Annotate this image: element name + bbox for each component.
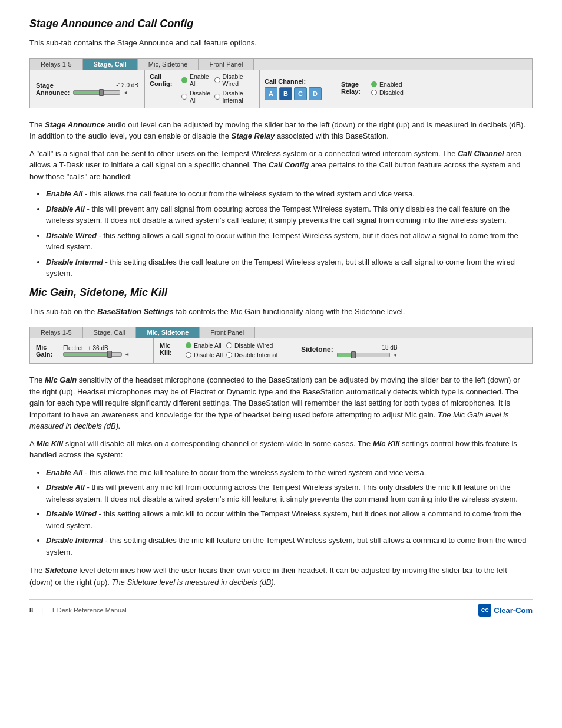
panel1-tab-stage-call[interactable]: Stage, Call [83,59,138,70]
panel2-tab-relays[interactable]: Relays 1-5 [30,327,83,338]
footer: 8 | T-Desk Reference Manual CC Clear-Com [29,599,533,617]
panel1-tabs: Relays 1-5 Stage, Call Mic, Sidetone Fro… [30,59,532,70]
panel2-body: MicGain: Electret + 36 dB ◄ [30,338,532,363]
footer-doc-title: T-Desk Reference Manual [51,607,127,614]
mic-kill-options: Enable All Disable All Disable Wired [186,342,277,360]
mk-disable-wired-row[interactable]: Disable Wired [226,342,277,349]
section2-para1: The Mic Gain sensitivity of the headset … [29,374,533,432]
stage-announce-db: -12.0 dB [73,82,138,88]
bullet-disable-internal: Disable Internal - this setting disables… [46,256,533,279]
sidetone-slider[interactable] [337,353,390,357]
mic-db-value: + 36 dB [88,345,108,351]
sidetone-db-value: -18 dB [337,344,398,351]
mk-disable-wired-radio [226,342,232,348]
relay-enabled-indicator [371,81,377,87]
channel-buttons: A B C D [265,87,322,100]
mic-gain-panel: Relays 1-5 Stage, Call Mic, Sidetone Fro… [29,327,533,364]
section1-para2: A "call" is a signal that can be sent to… [29,148,533,183]
call-channel-label: Call Channel: [265,78,306,85]
sidetone-label: Sidetone: [301,345,333,354]
relay-enabled-label: Enabled [379,81,402,88]
mic-kill-bullets: Enable All - this allows the mic kill fe… [46,467,533,558]
disable-internal-row[interactable]: Disable Internal [214,90,254,104]
call-config-col2: Disable Wired Disable Internal [214,73,254,105]
enable-all-label: Enable All [190,73,211,87]
stage-announce-panel: Relays 1-5 Stage, Call Mic, Sidetone Fro… [29,58,533,108]
clearcom-icon: CC [478,604,491,617]
relay-disabled-radio [371,90,377,95]
section2-title: Mic Gain, Sidetone, Mic Kill [29,286,533,299]
footer-page-number: 8 [29,607,33,614]
panel1-tab-relays[interactable]: Relays 1-5 [30,59,83,70]
sidetone-section: Sidetone: -18 dB ◄ [295,338,389,363]
disable-wired-row[interactable]: Disable Wired [214,73,254,87]
call-config-bullets: Enable All - this allows the call featur… [46,188,533,279]
stage-announce-arrow: ◄ [123,90,128,95]
mic-kill-col1: Enable All Disable All [186,342,223,360]
mic-gain-arrow: ◄ [124,351,130,357]
panel1-tab-mic-sidetone[interactable]: Mic, Sidetone [138,59,199,70]
mic-gain-label: MicGain: [36,344,59,358]
section1-para1: The Stage Announce audio out level can b… [29,119,533,142]
mic-kill-section: MicKill: Enable All Disable All [154,338,295,363]
enable-all-row[interactable]: Enable All [181,73,211,87]
mic-kill-col2: Disable Wired Disable Internal [226,342,277,360]
mic-gain-slider-row: ◄ [63,351,147,357]
mk-disable-internal-row[interactable]: Disable Internal [226,351,277,358]
disable-all-radio [181,94,187,100]
relay-disabled-label: Disabled [379,89,404,96]
section1-title: Stage Announce and Call Config [29,18,533,30]
disable-all-row[interactable]: Disable All [181,90,211,104]
channel-c-btn[interactable]: C [294,87,307,100]
call-channel-section: Call Channel: A B C D [260,70,336,108]
mk-enable-all-row[interactable]: Enable All [186,342,223,349]
mic-bullet-disable-wired: Disable Wired - this setting allows a mi… [46,508,533,531]
channel-b-btn[interactable]: B [279,87,292,100]
mk-disable-internal-radio [226,352,232,358]
mic-type-label: Electret [63,345,83,351]
sidetone-arrow: ◄ [392,352,398,358]
stage-relay-options: Enabled Disabled [371,81,404,97]
panel2-tab-stage-call[interactable]: Stage, Call [83,327,137,338]
section1-intro: This sub-tab contains the Stage Announce… [29,37,533,49]
mic-bullet-enable-all: Enable All - this allows the mic kill fe… [46,467,533,479]
disable-internal-radio [214,94,220,100]
mk-disable-all-label: Disable All [194,351,223,358]
call-config-options: Enable All Disable All Disable Wired [181,73,254,105]
mk-enable-all-label: Enable All [194,342,222,349]
channel-a-btn[interactable]: A [265,87,277,100]
relay-disabled-row[interactable]: Disabled [371,89,404,96]
channel-d-btn[interactable]: D [309,87,322,100]
mic-kill-label: MicKill: [160,342,183,356]
disable-wired-radio [214,77,220,83]
sidetone-slider-row: ◄ [337,352,398,358]
bullet-enable-all: Enable All - this allows the call featur… [46,188,533,200]
stage-relay-label: StageRelay: [341,81,368,95]
mic-bullet-disable-all: Disable All - this will prevent any mic … [46,482,533,505]
panel1-tab-front-panel[interactable]: Front Panel [199,59,254,70]
mk-disable-internal-label: Disable Internal [234,351,277,358]
mic-gain-slider[interactable] [63,352,122,357]
relay-enabled-row[interactable]: Enabled [371,81,404,88]
bullet-disable-wired: Disable Wired - this setting allows a ca… [46,230,533,253]
mic-gain-section: MicGain: Electret + 36 dB ◄ [30,338,154,363]
stage-relay-section: StageRelay: Enabled Disabled [336,70,425,108]
disable-all-label: Disable All [190,90,211,104]
clearcom-label: Clear-Com [494,606,533,615]
panel2-tab-mic-sidetone[interactable]: Mic, Sidetone [136,327,200,338]
panel2-tab-front-panel[interactable]: Front Panel [200,327,255,338]
call-config-section: CallConfig: Enable All Disable All [145,70,260,108]
call-config-col1: Enable All Disable All [181,73,211,105]
stage-announce-section: StageAnnounce: -12.0 dB ◄ [30,70,145,108]
stage-announce-label: StageAnnounce: [36,82,70,96]
footer-left: 8 | T-Desk Reference Manual [29,607,127,614]
stage-announce-slider[interactable] [73,90,120,95]
enable-all-indicator [181,77,187,83]
mk-disable-all-row[interactable]: Disable All [186,351,223,358]
sidetone-para: The Sidetone level determines how well t… [29,565,533,588]
disable-wired-label: Disable Wired [223,73,254,87]
section2-intro: This sub-tab on the BaseStation Settings… [29,306,533,318]
mk-disable-wired-label: Disable Wired [234,342,273,349]
panel1-body: StageAnnounce: -12.0 dB ◄ CallConfig: [30,70,532,108]
bullet-disable-all: Disable All - this will prevent any call… [46,203,533,226]
